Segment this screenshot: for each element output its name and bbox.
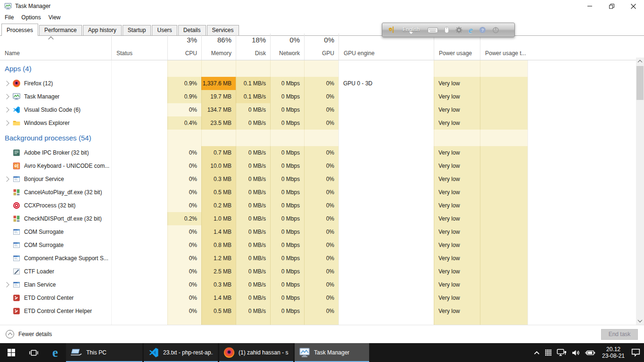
- taskbar-button-task-manager[interactable]: Task Manager: [295, 343, 369, 362]
- taskbar-clock[interactable]: 20.12 23-08-21: [601, 346, 626, 359]
- process-row[interactable]: Avro Keyboard - UNICODE com...0%10.0 MB0…: [0, 159, 528, 173]
- gpu-cell: 0%: [304, 146, 339, 159]
- minimize-button[interactable]: [579, 0, 601, 12]
- battery-charging-icon[interactable]: [585, 350, 595, 356]
- expand-chevron-icon[interactable]: [4, 282, 9, 287]
- column-header-gpu-engine[interactable]: GPU engine: [339, 33, 434, 60]
- action-center-icon[interactable]: [631, 348, 640, 357]
- gpu-engine-cell: [339, 146, 434, 159]
- expand-chevron-icon[interactable]: [4, 107, 9, 112]
- clock-time: 20.12: [606, 346, 620, 353]
- settings-gear-icon[interactable]: [455, 26, 462, 33]
- avro-tray-grid-icon[interactable]: [545, 349, 552, 356]
- group-header-row[interactable]: Background processes (54): [0, 130, 528, 146]
- process-row[interactable]: Adobe IPC Broker (32 bit)0%0.7 MB0 MB/s0…: [0, 146, 528, 159]
- menu-file[interactable]: File: [1, 13, 17, 22]
- help-icon[interactable]: ?: [479, 26, 486, 33]
- process-name: Bonjour Service: [24, 176, 64, 182]
- scroll-down-arrow-icon[interactable]: [636, 317, 644, 325]
- process-row[interactable]: CTF Loader0%2.5 MB0 MB/s0 Mbps0%Very low: [0, 265, 528, 278]
- hidden-icons-chevron-icon[interactable]: [534, 351, 540, 355]
- column-header-cpu[interactable]: 3% CPU: [167, 33, 201, 60]
- restore-button[interactable]: [601, 0, 622, 12]
- exit-power-icon[interactable]: [492, 26, 499, 33]
- taskbar-button-this-pc[interactable]: This PC: [66, 343, 142, 362]
- process-row[interactable]: Task Manager0.9%19.7 MB0.1 MB/s0 Mbps0%V…: [0, 90, 528, 103]
- column-header-memory[interactable]: 86% Memory: [201, 33, 236, 60]
- process-row[interactable]: Windows Explorer0.4%23.5 MB0 MB/s0 Mbps0…: [0, 116, 528, 130]
- start-button[interactable]: [0, 343, 23, 362]
- edge-button[interactable]: e: [44, 343, 66, 362]
- browser-e-icon[interactable]: e: [469, 25, 472, 34]
- expand-chevron-icon[interactable]: [4, 176, 9, 181]
- keyboard-layout-icon[interactable]: [428, 27, 438, 33]
- process-row[interactable]: COM Surrogate0%0.8 MB0 MB/s0 Mbps0%Very …: [0, 239, 528, 252]
- process-row[interactable]: Visual Studio Code (6)0%134.7 MB0 MB/s0 …: [0, 103, 528, 116]
- window-controls: [579, 0, 644, 12]
- name-cell: Firefox (12): [0, 77, 111, 90]
- power-usage-cell: Very low: [434, 225, 480, 239]
- disk-cell: 0 MB/s: [236, 304, 270, 318]
- expand-chevron-icon[interactable]: [4, 81, 9, 86]
- process-name: Component Package Support S...: [24, 255, 108, 262]
- taskbar-button-vscode[interactable]: 23.txt - php-rest-ap...: [144, 343, 218, 362]
- process-name: Task Manager: [24, 93, 59, 100]
- column-header-network[interactable]: 0% Network: [270, 33, 304, 60]
- tab-processes[interactable]: Processes: [1, 24, 38, 36]
- process-row[interactable]: Firefox (12)0.9%1,337.6 MB0.1 MB/s0 Mbps…: [0, 77, 528, 90]
- column-header-power-usage[interactable]: Power usage: [434, 33, 480, 60]
- network-total-percent: 0%: [289, 36, 300, 44]
- scroll-up-arrow-icon[interactable]: [636, 58, 644, 66]
- close-button[interactable]: [622, 0, 644, 12]
- name-cell: ETD Control Center: [0, 291, 111, 304]
- power-usage-cell: Very low: [434, 212, 480, 225]
- column-header-disk[interactable]: 18% Disk: [236, 33, 270, 60]
- network-ethernet-icon[interactable]: [557, 349, 567, 356]
- cpu-total-percent: 3%: [187, 36, 197, 44]
- process-row[interactable]: COM Surrogate0%1.4 MB0 MB/s0 Mbps0%Very …: [0, 225, 528, 239]
- fewer-details-button[interactable]: Fewer details: [6, 330, 52, 338]
- process-row[interactable]: ETD Control Center Helper0%0.5 MB0 MB/s0…: [0, 304, 528, 318]
- expand-chevron-icon[interactable]: [4, 94, 9, 99]
- memory-cell: 0.5 MB: [201, 304, 236, 318]
- taskbar-button-firefox[interactable]: (1) zahid hassan - s...: [219, 343, 293, 362]
- vertical-scrollbar[interactable]: [636, 58, 644, 325]
- memory-cell: 0.3 MB: [201, 278, 236, 291]
- memory-cell: 0.7 MB: [201, 146, 236, 159]
- column-header-gpu[interactable]: 0% GPU: [304, 33, 339, 60]
- column-header-status[interactable]: Status: [111, 33, 167, 60]
- column-header-power-usage-trend[interactable]: Power usage t...: [480, 33, 528, 60]
- partial-process-row[interactable]: [0, 318, 528, 325]
- end-task-button[interactable]: End task: [601, 329, 638, 340]
- column-header-name[interactable]: Name: [0, 33, 111, 60]
- menu-view[interactable]: View: [45, 13, 65, 22]
- group-header-label: Background processes (54): [0, 134, 91, 142]
- language-selector[interactable]: English: [403, 26, 420, 34]
- process-row[interactable]: Bonjour Service0%0.3 MB0 MB/s0 Mbps0%Ver…: [0, 173, 528, 186]
- process-row[interactable]: CancelAutoPlay_df.exe (32 bit)0%0.5 MB0 …: [0, 186, 528, 199]
- process-row[interactable]: Component Package Support S...0%1.2 MB0 …: [0, 252, 528, 265]
- disk-cell: 0 MB/s: [236, 159, 270, 173]
- heat-cell: [201, 130, 236, 146]
- gpu-engine-cell: [339, 291, 434, 304]
- task-view-button[interactable]: [23, 343, 44, 362]
- power-usage-trend-cell: [480, 77, 528, 90]
- process-row[interactable]: CheckNDISPort_df.exe (32 bit)0.2%1.0 MB0…: [0, 212, 528, 225]
- group-header-row[interactable]: Apps (4): [0, 60, 528, 77]
- gpu-cell: 0%: [304, 103, 339, 116]
- power-usage-trend-cell: [480, 146, 528, 159]
- avro-logo-icon[interactable]: [388, 26, 395, 34]
- process-row[interactable]: ETD Control Center0%1.4 MB0 MB/s0 Mbps0%…: [0, 291, 528, 304]
- expand-chevron-icon[interactable]: [4, 120, 9, 125]
- name-cell: CheckNDISPort_df.exe (32 bit): [0, 212, 111, 225]
- power-usage-trend-cell: [480, 130, 528, 146]
- process-row[interactable]: CCXProcess (32 bit)0%0.2 MB0 MB/s0 Mbps0…: [0, 199, 528, 212]
- mouse-input-icon[interactable]: [444, 26, 449, 33]
- volume-speaker-icon[interactable]: [572, 349, 580, 356]
- memory-cell: 1.4 MB: [201, 225, 236, 239]
- menu-options[interactable]: Options: [17, 13, 44, 22]
- scrollbar-thumb[interactable]: [636, 66, 644, 100]
- disk-cell: 0 MB/s: [236, 252, 270, 265]
- cpu-cell: 0%: [167, 186, 201, 199]
- process-row[interactable]: Elan Service0%0.3 MB0 MB/s0 Mbps0%Very l…: [0, 278, 528, 291]
